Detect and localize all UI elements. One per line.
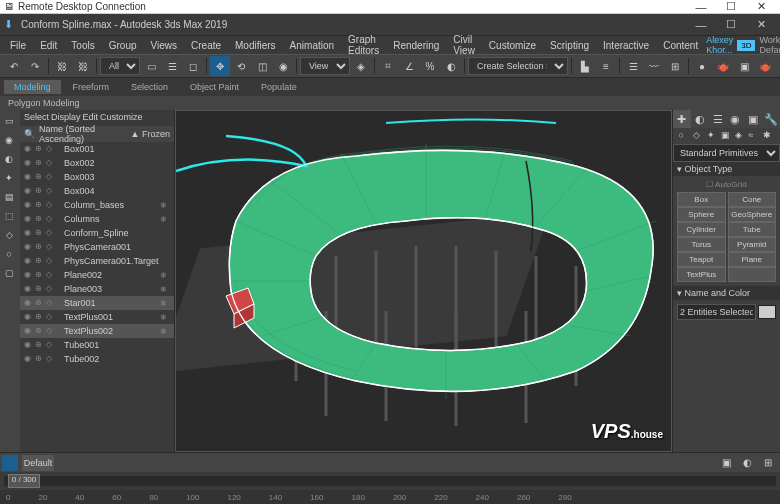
default-label[interactable]: Default bbox=[22, 455, 54, 471]
name-color-header[interactable]: ▾ Name and Color bbox=[673, 286, 780, 300]
scene-menu-display[interactable]: Display bbox=[51, 112, 81, 124]
time-ruler[interactable]: 020406080100120140160180200220240260280 bbox=[0, 490, 780, 504]
ribbon-modeling[interactable]: Modeling bbox=[4, 80, 61, 94]
prim-geosphere[interactable]: GeoSphere bbox=[728, 207, 777, 222]
search-icon[interactable]: 🔍 bbox=[24, 129, 35, 139]
ribbon-selection[interactable]: Selection bbox=[121, 80, 178, 94]
mirror-button[interactable]: ▙ bbox=[575, 56, 595, 76]
prim-textplus[interactable]: TextPlus bbox=[677, 267, 726, 282]
motion-tab[interactable]: ◉ bbox=[726, 110, 744, 128]
prim-pyramid[interactable]: Pyramid bbox=[728, 237, 777, 252]
display-tab[interactable]: ▣ bbox=[744, 110, 762, 128]
rect-select-button[interactable]: ◻ bbox=[183, 56, 203, 76]
modify-tab[interactable]: ◐ bbox=[691, 110, 709, 128]
prim-torus[interactable]: Torus bbox=[677, 237, 726, 252]
menu-animation[interactable]: Animation bbox=[284, 38, 340, 53]
create-tab[interactable]: ✚ bbox=[673, 110, 691, 128]
scene-item[interactable]: ◉⊕◇PhysCamera001 bbox=[20, 240, 174, 254]
menu-create[interactable]: Create bbox=[185, 38, 227, 53]
menu-customize[interactable]: Customize bbox=[483, 38, 542, 53]
schematic-button[interactable]: ⊞ bbox=[665, 56, 685, 76]
object-type-header[interactable]: ▾ Object Type bbox=[673, 162, 780, 176]
color-swatch[interactable] bbox=[758, 305, 776, 319]
prim-tube[interactable]: Tube bbox=[728, 222, 777, 237]
scene-menu-edit[interactable]: Edit bbox=[83, 112, 99, 124]
scene-item[interactable]: ◉⊕◇TextPlus002❄ bbox=[20, 324, 174, 338]
coord-system[interactable]: View bbox=[300, 57, 350, 75]
viewport[interactable]: VPS.house bbox=[175, 110, 672, 452]
tool-8[interactable]: ○ bbox=[0, 245, 18, 263]
pivot-button[interactable]: ◈ bbox=[351, 56, 371, 76]
layer-button[interactable]: ☰ bbox=[623, 56, 643, 76]
selection-filter[interactable]: All bbox=[100, 57, 140, 75]
unlink-button[interactable]: ⛓ bbox=[73, 56, 93, 76]
place-button[interactable]: ◉ bbox=[273, 56, 293, 76]
scene-item[interactable]: ◉⊕◇Star001❄ bbox=[20, 296, 174, 310]
menu-tools[interactable]: Tools bbox=[65, 38, 100, 53]
close-button[interactable]: ✕ bbox=[746, 0, 776, 13]
app-maximize[interactable]: ☐ bbox=[716, 18, 746, 31]
scene-item[interactable]: ◉⊕◇Box004 bbox=[20, 184, 174, 198]
scene-item[interactable]: ◉⊕◇Plane002❄ bbox=[20, 268, 174, 282]
percent-snap-button[interactable]: % bbox=[420, 56, 440, 76]
helpers-icon[interactable]: ◈ bbox=[735, 130, 747, 142]
snap-button[interactable]: ⌗ bbox=[378, 56, 398, 76]
safe-frame-button[interactable]: ▣ bbox=[716, 453, 736, 473]
object-name-input[interactable] bbox=[677, 304, 756, 320]
menu-group[interactable]: Group bbox=[103, 38, 143, 53]
move-button[interactable]: ✥ bbox=[210, 56, 230, 76]
scene-header[interactable]: 🔍 Name (Sorted Ascending) ▲ Frozen bbox=[20, 126, 174, 142]
tool-4[interactable]: ✦ bbox=[0, 169, 18, 187]
menu-views[interactable]: Views bbox=[145, 38, 184, 53]
tool-9[interactable]: ▢ bbox=[0, 264, 18, 282]
selection-set[interactable]: Create Selection Se bbox=[468, 57, 568, 75]
menu-scripting[interactable]: Scripting bbox=[544, 38, 595, 53]
curve-editor-button[interactable]: 〰 bbox=[644, 56, 664, 76]
select-name-button[interactable]: ☰ bbox=[162, 56, 182, 76]
material-button[interactable]: ● bbox=[692, 56, 712, 76]
primitive-dropdown[interactable]: Standard Primitives bbox=[673, 144, 780, 162]
menu-interactive[interactable]: Interactive bbox=[597, 38, 655, 53]
prim-plane[interactable]: Plane bbox=[728, 252, 777, 267]
angle-snap-button[interactable]: ∠ bbox=[399, 56, 419, 76]
menu-rendering[interactable]: Rendering bbox=[387, 38, 445, 53]
user-label[interactable]: Alexey Khor... bbox=[706, 35, 733, 55]
spinner-snap-button[interactable]: ◐ bbox=[441, 56, 461, 76]
scene-item[interactable]: ◉⊕◇Box001 bbox=[20, 142, 174, 156]
scene-menu-select[interactable]: Select bbox=[24, 112, 49, 124]
ribbon-freeform[interactable]: Freeform bbox=[63, 80, 120, 94]
undo-button[interactable]: ↶ bbox=[4, 56, 24, 76]
render-frame-button[interactable]: ▣ bbox=[734, 56, 754, 76]
hierarchy-tab[interactable]: ☰ bbox=[709, 110, 727, 128]
menu-modifiers[interactable]: Modifiers bbox=[229, 38, 282, 53]
scene-item[interactable]: ◉⊕◇Tube002 bbox=[20, 352, 174, 366]
geometry-icon[interactable]: ○ bbox=[679, 130, 691, 142]
align-button[interactable]: ≡ bbox=[596, 56, 616, 76]
app-close[interactable]: ✕ bbox=[746, 18, 776, 31]
prim-cone[interactable]: Cone bbox=[728, 192, 777, 207]
ribbon-object paint[interactable]: Object Paint bbox=[180, 80, 249, 94]
select-button[interactable]: ▭ bbox=[141, 56, 161, 76]
menu-content[interactable]: Content bbox=[657, 38, 704, 53]
render-setup-button[interactable]: 🫖 bbox=[713, 56, 733, 76]
scene-item[interactable]: ◉⊕◇Box003 bbox=[20, 170, 174, 184]
edged-button[interactable]: ⊞ bbox=[758, 453, 778, 473]
app-minimize[interactable]: — bbox=[686, 19, 716, 31]
scene-item[interactable]: ◉⊕◇Box002 bbox=[20, 156, 174, 170]
autogrid-check[interactable]: ☐ AutoGrid bbox=[677, 180, 776, 189]
scene-item[interactable]: ◉⊕◇PhysCamera001.Target bbox=[20, 254, 174, 268]
scene-menu-customize[interactable]: Customize bbox=[100, 112, 143, 124]
cameras-icon[interactable]: ▣ bbox=[721, 130, 733, 142]
workspace-label[interactable]: Workspaces: Default bbox=[759, 35, 780, 55]
scene-item[interactable]: ◉⊕◇Columns❄ bbox=[20, 212, 174, 226]
systems-icon[interactable]: ✱ bbox=[763, 130, 775, 142]
render-button[interactable]: 🫖 bbox=[755, 56, 775, 76]
timeline[interactable]: 0 / 300 bbox=[0, 472, 780, 490]
scene-item[interactable]: ◉⊕◇TextPlus001❄ bbox=[20, 310, 174, 324]
link-button[interactable]: ⛓ bbox=[52, 56, 72, 76]
scene-item[interactable]: ◉⊕◇Tube001 bbox=[20, 338, 174, 352]
redo-button[interactable]: ↷ bbox=[25, 56, 45, 76]
tool-2[interactable]: ◉ bbox=[0, 131, 18, 149]
menu-file[interactable]: File bbox=[4, 38, 32, 53]
prim-teapot[interactable]: Teapot bbox=[677, 252, 726, 267]
